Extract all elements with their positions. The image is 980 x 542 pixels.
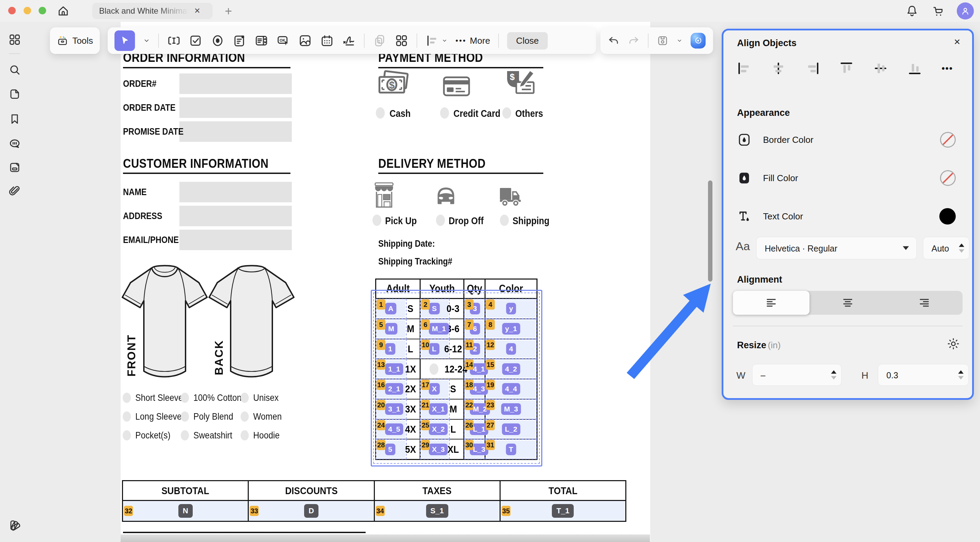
- sidebar-attachments-icon[interactable]: [8, 184, 21, 197]
- stepper-arrows-icon[interactable]: [958, 370, 964, 380]
- attribute-label: Hoodie: [253, 430, 280, 441]
- color-swatches-icon[interactable]: [8, 519, 21, 532]
- align-left-icon[interactable]: [737, 61, 751, 76]
- fill-color-swatch-none[interactable]: [940, 170, 956, 186]
- ai-swirl-icon: [693, 35, 703, 46]
- border-color-label: Border Color: [763, 135, 813, 145]
- text-color-row[interactable]: Text Color: [737, 205, 964, 227]
- checkbox-circle[interactable]: [240, 430, 249, 440]
- checkbox-circle[interactable]: [240, 393, 249, 403]
- notifications-bell-icon[interactable]: [905, 5, 918, 17]
- grid-fields-icon[interactable]: [395, 34, 408, 48]
- checkbox-circle[interactable]: [123, 430, 131, 440]
- attribute-label: Long Sleeve: [135, 411, 181, 422]
- stepper-arrows-icon[interactable]: [959, 244, 964, 253]
- save-icon[interactable]: [657, 35, 668, 47]
- text-align-center-icon: [842, 297, 854, 308]
- traffic-light-zoom[interactable]: [38, 7, 46, 14]
- pdf-page: [121, 22, 650, 542]
- date-field-icon[interactable]: [320, 34, 334, 48]
- note-form-icon[interactable]: [233, 34, 247, 48]
- align-distribute-icon[interactable]: [425, 34, 439, 48]
- align-middle-vertical-icon[interactable]: [873, 61, 888, 76]
- align-right-icon[interactable]: [805, 61, 820, 76]
- push-button-icon[interactable]: OK: [277, 34, 290, 48]
- font-family-value: Helvetica · Regular: [765, 237, 916, 260]
- dropdown-caret-icon: [903, 246, 909, 250]
- fill-color-icon: [737, 171, 751, 185]
- text-align-center-button[interactable]: [810, 291, 886, 315]
- toolbar-divider: [417, 33, 417, 48]
- text-color-swatch-black[interactable]: [939, 208, 956, 224]
- traffic-light-minimize[interactable]: [24, 7, 31, 14]
- radio-field-icon[interactable]: [211, 34, 224, 48]
- checkbox-circle[interactable]: [181, 412, 189, 422]
- traffic-light-close[interactable]: [8, 7, 16, 14]
- font-family-dropdown[interactable]: Helvetica · Regular: [756, 237, 917, 259]
- sidebar-search-icon[interactable]: [8, 64, 21, 76]
- align-center-horizontal-icon[interactable]: [771, 61, 786, 76]
- sidebar-comments-icon[interactable]: [8, 137, 21, 150]
- checkbox-circle[interactable]: [181, 393, 189, 403]
- sidebar-snapshots-icon[interactable]: [8, 161, 21, 174]
- border-color-row[interactable]: Border Color: [737, 129, 964, 151]
- checkbox-field-icon[interactable]: [189, 34, 203, 48]
- account-avatar[interactable]: [957, 2, 974, 19]
- text-field-icon[interactable]: [167, 34, 181, 48]
- tools-button[interactable]: Tools: [50, 27, 100, 54]
- attribute-label: Unisex: [253, 392, 278, 403]
- align-tools-row: •••: [737, 59, 953, 78]
- attribute-label: Pocket(s): [135, 430, 170, 441]
- ai-assistant-button[interactable]: [690, 33, 706, 49]
- more-button[interactable]: ••• More: [455, 35, 490, 46]
- width-input[interactable]: –: [752, 364, 842, 386]
- tool-chevron-icon[interactable]: [143, 37, 150, 44]
- document-tab[interactable]: Black and White Minimalist ✕: [92, 3, 213, 19]
- save-chevron-icon[interactable]: [676, 38, 682, 44]
- resize-heading: Resize (in): [737, 340, 781, 351]
- checkbox-circle[interactable]: [123, 393, 131, 403]
- attribute-label: 100% Cotton: [193, 392, 242, 403]
- new-tab-icon[interactable]: +: [225, 4, 232, 19]
- attribute-option: Unisex: [240, 392, 283, 403]
- width-value: –: [760, 364, 841, 386]
- close-button[interactable]: Close: [507, 32, 547, 49]
- home-icon[interactable]: [57, 5, 70, 17]
- duplicate-icon[interactable]: [373, 34, 387, 48]
- titlebar: Black and White Minimalist ✕ +: [0, 0, 980, 22]
- checkbox-circle[interactable]: [181, 430, 189, 440]
- fill-color-row[interactable]: Fill Color: [737, 167, 964, 189]
- attribute-option: Women: [240, 411, 286, 422]
- checkbox-circle[interactable]: [123, 412, 131, 422]
- sidebar-page-thumbnails-icon[interactable]: [8, 87, 21, 100]
- text-align-right-button[interactable]: [886, 291, 963, 315]
- stepper-arrows-icon[interactable]: [831, 370, 837, 380]
- panel-close-icon[interactable]: ✕: [954, 37, 961, 47]
- signature-field-icon[interactable]: [342, 34, 356, 48]
- border-color-swatch-none[interactable]: [940, 132, 956, 148]
- align-bottom-icon[interactable]: [908, 61, 922, 76]
- selected-tool-select-cursor[interactable]: [115, 30, 135, 51]
- align-top-icon[interactable]: [839, 61, 854, 76]
- text-align-left-button[interactable]: [733, 291, 810, 315]
- person-icon: [960, 6, 970, 16]
- checkbox-circle[interactable]: [240, 412, 249, 422]
- form-toolbar: OK ••• More Close: [108, 27, 596, 54]
- font-size-stepper[interactable]: Auto: [923, 237, 969, 259]
- tab-close-icon[interactable]: ✕: [194, 6, 200, 15]
- toolbar-divider: [158, 33, 159, 48]
- list-box-icon[interactable]: [255, 34, 268, 48]
- chevron-down-icon[interactable]: [442, 38, 447, 43]
- height-label: H: [861, 370, 868, 381]
- redo-icon[interactable]: [628, 35, 640, 47]
- undo-icon[interactable]: [608, 35, 619, 47]
- resize-settings-gear-icon[interactable]: [947, 337, 960, 350]
- sidebar-bookmarks-icon[interactable]: [8, 113, 21, 126]
- vertical-scrollbar[interactable]: [708, 180, 713, 281]
- toolbar-divider: [648, 33, 649, 48]
- sidebar-apps-grid-icon[interactable]: [8, 33, 21, 46]
- height-input[interactable]: 0.3: [878, 364, 969, 386]
- shopping-cart-icon[interactable]: [931, 5, 945, 18]
- image-field-icon[interactable]: [298, 34, 312, 48]
- more-align-options-icon[interactable]: •••: [942, 63, 953, 74]
